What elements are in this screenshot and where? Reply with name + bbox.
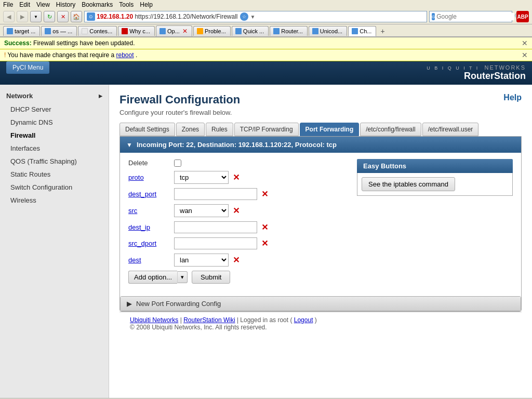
dest-ip-input[interactable]: 192.168.1.120: [174, 221, 257, 233]
browser-tab-8[interactable]: Unicod...: [309, 26, 347, 36]
delete-checkbox[interactable]: [174, 159, 181, 167]
tab-label-4: Op...: [167, 28, 180, 34]
ubiquiti-link[interactable]: Ubiquiti Networks: [130, 316, 178, 324]
sidebar-item-dhcp[interactable]: DHCP Server: [0, 103, 109, 116]
tab-etc-config-firewall[interactable]: /etc/config/firewall: [360, 123, 421, 136]
browser-tab-3[interactable]: Why c...: [118, 26, 155, 36]
src-delete-icon[interactable]: ✕: [233, 206, 240, 216]
dest-label[interactable]: dest: [128, 256, 170, 264]
browser-tab-1[interactable]: os — ...: [41, 26, 77, 36]
add-option-main-button[interactable]: Add option...: [128, 271, 177, 284]
pyci-menu-button[interactable]: PyCI Menu: [6, 61, 49, 74]
sidebar-item-switch-config[interactable]: Switch Configuration: [0, 181, 109, 194]
address-path: https://192.168.1.20/Network/Firewall: [133, 13, 237, 20]
config-tabs: Default Settings Zones Rules TCP/IP Forw…: [119, 123, 522, 136]
address-bar[interactable]: ⊙ 192.168.1.20 https://192.168.1.20/Netw…: [84, 11, 427, 22]
browser-tab-5[interactable]: Proble...: [193, 26, 231, 36]
tab-etc-firewall-user[interactable]: /etc/firewall.user: [422, 123, 479, 136]
tab-favicon-9: [352, 28, 358, 34]
address-dropdown[interactable]: ▼: [250, 14, 256, 20]
dest-port-delete-icon[interactable]: ✕: [261, 189, 268, 199]
proto-delete-icon[interactable]: ✕: [233, 172, 240, 182]
tab-favicon-3: [122, 28, 128, 34]
logout-link[interactable]: Logout: [294, 316, 313, 324]
tab-port-forwarding[interactable]: Port Forwarding: [300, 123, 360, 136]
dest-ip-delete-icon[interactable]: ✕: [261, 222, 268, 232]
sidebar-item-qos[interactable]: QOS (Traffic Shaping): [0, 155, 109, 168]
brand-networks: U B I Q U I T I NETWORKS: [427, 64, 526, 71]
browser-tab-4[interactable]: Op... ✕: [156, 25, 192, 36]
menu-view[interactable]: View: [36, 1, 50, 8]
stop-button[interactable]: ✕: [57, 11, 69, 22]
new-tab-button[interactable]: +: [377, 26, 388, 36]
sidebar-expand-icon: ▸: [99, 92, 102, 100]
browser-tab-0[interactable]: target ...: [3, 26, 40, 36]
new-pf-label: New Port Forwarding Config: [136, 300, 221, 308]
tab-zones[interactable]: Zones: [176, 123, 205, 136]
back-dropdown[interactable]: ▼: [30, 11, 42, 22]
browser-tab-6[interactable]: Quick ...: [232, 26, 269, 36]
help-link[interactable]: Help: [503, 93, 522, 102]
proto-label[interactable]: proto: [128, 174, 170, 181]
menu-edit[interactable]: Edit: [19, 1, 30, 8]
new-pf-header[interactable]: ▶ New Port Forwarding Config: [121, 297, 521, 311]
dest-delete-icon[interactable]: ✕: [233, 255, 240, 265]
rule-src-row: src wan lan loopback ✕: [128, 204, 340, 217]
sidebar-item-dynamic-dns[interactable]: Dynamic DNS: [0, 116, 109, 129]
src-label[interactable]: src: [128, 207, 170, 215]
browser-tab-9[interactable]: Ch...: [348, 26, 376, 36]
submit-button[interactable]: Submit: [192, 271, 230, 284]
browser-tab-7[interactable]: Router...: [270, 26, 308, 36]
dest-port-input[interactable]: 22: [174, 188, 257, 200]
reboot-link[interactable]: reboot: [116, 51, 134, 59]
firewall-content: ▼ Incoming Port: 22, Destination: 192.16…: [119, 136, 522, 312]
adblock-button[interactable]: ABP: [516, 11, 529, 22]
sidebar-section-title-network[interactable]: Network ▸: [0, 89, 109, 103]
src-dport-label[interactable]: src_dport: [128, 240, 170, 247]
tab-tcpip-forwarding[interactable]: TCP/IP Forwarding: [234, 123, 299, 136]
add-option-dropdown-button[interactable]: ▾: [177, 271, 188, 283]
browser-tab-2[interactable]: Contes...: [78, 26, 117, 36]
tab-favicon-5: [197, 28, 203, 34]
success-close-button[interactable]: ✕: [522, 39, 528, 47]
sidebar: Network ▸ DHCP Server Dynamic DNS Firewa…: [0, 85, 109, 398]
dest-select[interactable]: lan wan loopback: [174, 254, 229, 267]
tab-label-0: target ...: [15, 28, 35, 34]
rule-collapse-icon: ▼: [126, 141, 132, 149]
tab-label-9: Ch...: [360, 28, 371, 34]
footer-copyright: © 2008 Ubiquiti Networks, Inc. All right…: [130, 324, 267, 331]
src-dport-input[interactable]: 22: [174, 237, 257, 249]
search-input[interactable]: [436, 13, 514, 20]
sidebar-item-interfaces[interactable]: Interfaces: [0, 142, 109, 155]
sidebar-item-firewall[interactable]: Firewall: [0, 129, 109, 142]
src-select[interactable]: wan lan loopback: [174, 204, 229, 217]
rule-header[interactable]: ▼ Incoming Port: 22, Destination: 192.16…: [120, 137, 521, 153]
menu-file[interactable]: File: [3, 1, 13, 8]
menu-help[interactable]: Help: [140, 1, 153, 8]
forward-button[interactable]: ▶: [17, 11, 28, 22]
menu-bookmarks[interactable]: Bookmarks: [82, 1, 113, 8]
address-star[interactable]: ☆: [240, 12, 248, 21]
tab-rules[interactable]: Rules: [206, 123, 233, 136]
menu-tools[interactable]: Tools: [119, 1, 134, 8]
refresh-button[interactable]: ↻: [44, 11, 55, 22]
iptables-button[interactable]: See the iptables command: [362, 177, 455, 191]
sidebar-item-wireless[interactable]: Wireless: [0, 194, 109, 207]
warning-close-button[interactable]: ✕: [522, 51, 528, 59]
home-button[interactable]: 🏠: [71, 11, 82, 22]
sidebar-item-static-routes[interactable]: Static Routes: [0, 168, 109, 181]
src-dport-delete-icon[interactable]: ✕: [261, 238, 268, 248]
routerstation-wiki-link[interactable]: RouterStation Wiki: [183, 316, 235, 324]
menu-history[interactable]: History: [56, 1, 75, 8]
search-box[interactable]: G 🔍 ▼: [429, 11, 512, 22]
dest-ip-label[interactable]: dest_ip: [128, 223, 170, 231]
dest-port-label[interactable]: dest_port: [128, 190, 170, 198]
browser-toolbar: ◀ ▶ ▼ ↻ ✕ 🏠 ⊙ 192.168.1.20 https://192.1…: [0, 9, 532, 24]
back-button[interactable]: ◀: [3, 11, 15, 22]
tab-favicon-7: [273, 28, 280, 34]
proto-select[interactable]: tcp udp tcpudp icmp: [174, 171, 229, 184]
tab-label-5: Proble...: [205, 28, 226, 34]
tab-default-settings[interactable]: Default Settings: [119, 123, 175, 136]
rule-actions: Add option... ▾ Submit: [128, 271, 340, 284]
rule-delete-row: Delete: [128, 159, 340, 167]
